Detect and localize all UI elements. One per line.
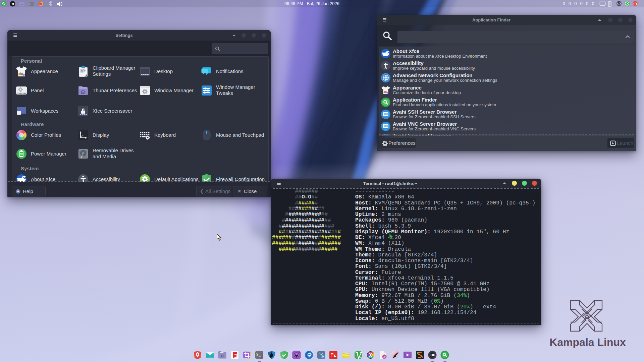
svg-text:im: im [359,356,362,358]
